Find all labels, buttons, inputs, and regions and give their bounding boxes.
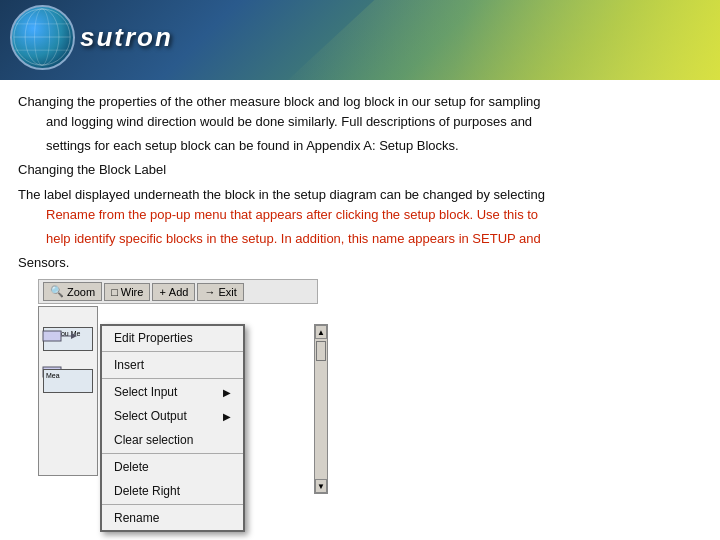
block-mea[interactable]: Mea: [43, 369, 93, 393]
header-banner: sutron: [0, 0, 720, 80]
menu-item-insert[interactable]: Insert: [102, 353, 243, 377]
sutron-logo: sutron: [80, 22, 173, 53]
menu-item-select-input[interactable]: Select Input ▶: [102, 380, 243, 404]
menu-separator-3: [102, 453, 243, 454]
main-content: Changing the properties of the other mea…: [0, 80, 720, 540]
diagram-area: RMYou Me Mea Edit Properties Inser: [38, 306, 328, 496]
wire-icon: □: [111, 286, 118, 298]
select-output-arrow-icon: ▶: [223, 411, 231, 422]
setup-panel: RMYou Me Mea: [38, 306, 98, 476]
exit-icon: →: [204, 286, 215, 298]
globe-logo: [10, 5, 75, 70]
para1: Changing the properties of the other mea…: [18, 92, 702, 156]
header-swoosh: [288, 0, 720, 80]
para3: The label displayed underneath the block…: [18, 185, 702, 274]
scrollbar-down-button[interactable]: ▼: [315, 479, 327, 493]
select-input-arrow-icon: ▶: [223, 387, 231, 398]
exit-button[interactable]: → Exit: [197, 283, 243, 301]
add-icon: +: [159, 286, 165, 298]
context-menu: Edit Properties Insert Select Input ▶ Se…: [100, 324, 245, 532]
menu-separator-2: [102, 378, 243, 379]
menu-separator-1: [102, 351, 243, 352]
scrollbar-up-button[interactable]: ▲: [315, 325, 327, 339]
menu-item-delete-right[interactable]: Delete Right: [102, 479, 243, 503]
para2: Changing the Block Label: [18, 160, 702, 180]
scrollbar-thumb[interactable]: [316, 341, 326, 361]
menu-item-delete[interactable]: Delete: [102, 455, 243, 479]
menu-item-rename[interactable]: Rename: [102, 506, 243, 530]
zoom-button[interactable]: 🔍 Zoom: [43, 282, 102, 301]
menu-separator-4: [102, 504, 243, 505]
wire-button[interactable]: □ Wire: [104, 283, 150, 301]
zoom-icon: 🔍: [50, 285, 64, 298]
add-button[interactable]: + Add: [152, 283, 195, 301]
toolbar: 🔍 Zoom □ Wire + Add → Exit: [38, 279, 318, 304]
menu-item-edit-properties[interactable]: Edit Properties: [102, 326, 243, 350]
menu-item-select-output[interactable]: Select Output ▶: [102, 404, 243, 428]
menu-item-clear-selection[interactable]: Clear selection: [102, 428, 243, 452]
svg-marker-8: [71, 333, 77, 339]
svg-rect-6: [43, 331, 61, 341]
scrollbar-track: ▲ ▼: [314, 324, 328, 494]
